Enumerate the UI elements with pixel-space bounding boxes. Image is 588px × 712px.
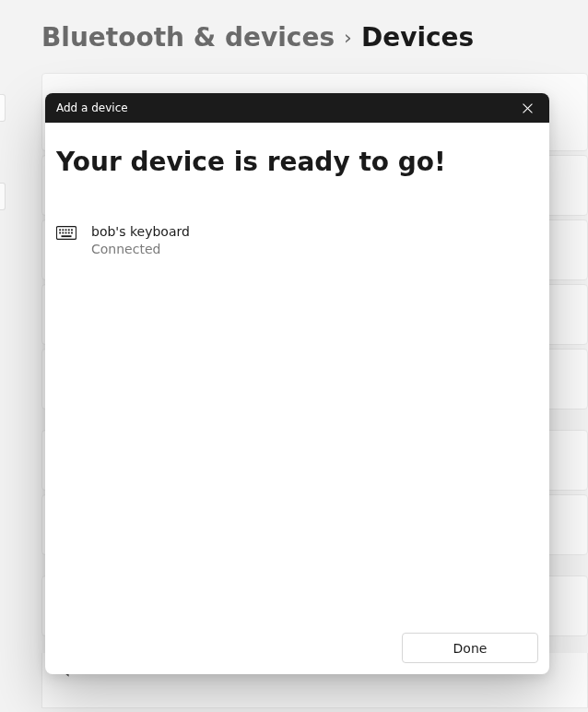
done-button[interactable]: Done [402,633,538,663]
device-status: Connected [91,241,190,257]
svg-rect-3 [59,229,61,231]
svg-rect-12 [71,232,73,234]
modal-heading: Your device is ready to go! [56,147,538,177]
svg-rect-4 [62,229,64,231]
device-entry: bob's keyboard Connected [56,221,538,259]
keyboard-icon [56,226,76,240]
svg-rect-13 [62,235,72,237]
add-device-modal: Add a device Your device is ready to go! [45,93,549,674]
svg-rect-5 [65,229,67,231]
svg-rect-8 [59,232,61,234]
svg-rect-6 [68,229,70,231]
modal-backdrop: Add a device Your device is ready to go! [0,0,588,712]
device-name: bob's keyboard [91,223,190,240]
svg-rect-7 [71,229,73,231]
close-button[interactable] [516,97,538,119]
svg-rect-9 [62,232,64,234]
device-info: bob's keyboard Connected [91,223,190,257]
svg-rect-10 [65,232,67,234]
modal-title: Add a device [56,101,128,114]
modal-body: Your device is ready to go! [45,123,549,674]
svg-rect-11 [68,232,70,234]
modal-titlebar: Add a device [45,93,549,123]
modal-footer: Done [56,633,538,663]
close-icon [523,103,533,113]
